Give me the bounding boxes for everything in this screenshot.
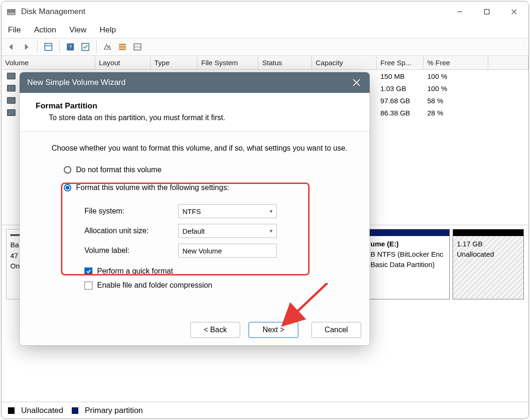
dialog-footer: < Back Next > Cancel <box>20 314 370 345</box>
chevron-down-icon: ▾ <box>270 208 273 214</box>
minimize-button[interactable] <box>446 1 473 22</box>
th-free[interactable]: Free Sp... <box>377 56 424 70</box>
svg-rect-13 <box>119 48 126 50</box>
label-filesystem: File system: <box>84 207 178 215</box>
cancel-button[interactable]: Cancel <box>311 322 361 338</box>
svg-rect-14 <box>134 44 141 50</box>
checkbox-icon <box>84 282 92 290</box>
next-button-label: Next > <box>263 326 285 334</box>
radio-format-label: Format this volume with the following se… <box>76 183 229 192</box>
svg-rect-11 <box>119 44 126 45</box>
volume-icon <box>7 73 15 79</box>
table-header: Volume Layout Type File System Status Ca… <box>1 56 529 70</box>
legend-swatch-unallocated <box>8 407 15 414</box>
forward-icon[interactable] <box>19 40 33 54</box>
th-fs[interactable]: File System <box>197 56 258 70</box>
disk-list-icon[interactable] <box>130 40 144 54</box>
refresh-icon[interactable] <box>78 40 92 54</box>
toolbar: ? <box>1 38 529 56</box>
th-status[interactable]: Status <box>258 56 312 70</box>
label-volume-label: Volume label: <box>84 246 178 255</box>
select-allocation-value: Default <box>182 227 205 235</box>
menubar: File Action View Help <box>1 22 529 38</box>
select-filesystem-value: NTFS <box>182 207 201 215</box>
input-volume-label[interactable]: New Volume <box>178 244 277 258</box>
th-type[interactable]: Type <box>151 56 197 70</box>
checkbox-icon <box>84 267 92 275</box>
cell-free: 1.03 GB <box>377 84 424 93</box>
back-button[interactable]: < Back <box>190 322 240 338</box>
dialog-header: Format Partition To store data on this p… <box>20 93 370 132</box>
dialog-title: New Simple Volume Wizard <box>27 78 126 87</box>
th-layout[interactable]: Layout <box>95 56 151 70</box>
format-settings: File system: NTFS ▾ Allocation unit size… <box>84 201 356 260</box>
input-volume-label-value: New Volume <box>182 247 222 255</box>
back-icon[interactable] <box>4 40 18 54</box>
help-icon[interactable]: ? <box>63 40 77 54</box>
partition-line: Basic Data Partition) <box>371 260 446 270</box>
dialog-description: Choose whether you want to format this v… <box>52 144 356 153</box>
dialog-titlebar: New Simple Volume Wizard <box>20 72 370 93</box>
properties-icon[interactable] <box>41 40 55 54</box>
svg-rect-6 <box>45 44 52 51</box>
legend-swatch-primary <box>72 407 78 414</box>
legend-primary: Primary partition <box>85 406 143 415</box>
label-allocation: Allocation unit size: <box>84 227 178 235</box>
checkbox-quick-format[interactable]: Perform a quick format <box>84 267 356 275</box>
volume-icon <box>7 97 15 104</box>
volume-icon <box>7 85 15 92</box>
partition-primary[interactable]: ume (E:) B NTFS (BitLocker Enc Basic Dat… <box>366 229 450 299</box>
dialog-body: Choose whether you want to format this v… <box>20 132 370 314</box>
menu-help[interactable]: Help <box>99 25 116 35</box>
partition-line: Unallocated <box>457 249 520 260</box>
settings-list-icon[interactable] <box>115 40 129 54</box>
next-button[interactable]: Next > <box>249 322 298 338</box>
close-button[interactable] <box>500 1 528 22</box>
partition-line: B NTFS (BitLocker Enc <box>371 249 446 260</box>
th-rest <box>488 56 529 70</box>
radio-format[interactable]: Format this volume with the following se… <box>64 183 356 192</box>
volume-icon <box>7 109 15 116</box>
back-button-label: < Back <box>204 326 227 334</box>
menu-action[interactable]: Action <box>34 25 56 35</box>
radio-icon <box>64 166 71 174</box>
svg-rect-1 <box>8 13 15 15</box>
app-title: Disk Management <box>21 7 85 16</box>
menu-file[interactable]: File <box>8 25 21 35</box>
select-allocation[interactable]: Default ▾ <box>178 224 277 238</box>
cell-pct: 28 % <box>424 108 488 118</box>
wizard-dialog: New Simple Volume Wizard Format Partitio… <box>20 72 370 345</box>
chevron-down-icon: ▾ <box>270 228 273 234</box>
dialog-close-button[interactable] <box>346 72 367 93</box>
cell-pct: 58 % <box>424 96 488 106</box>
svg-rect-0 <box>8 9 15 12</box>
radio-noformat-label: Do not format this volume <box>76 166 161 174</box>
maximize-button[interactable] <box>473 1 500 22</box>
checkbox-quick-format-label: Perform a quick format <box>97 267 173 275</box>
radio-noformat[interactable]: Do not format this volume <box>64 166 356 174</box>
th-pct[interactable]: % Free <box>424 56 488 70</box>
legend-bar: Unallocated Primary partition <box>1 402 529 419</box>
cell-pct: 100 % <box>424 84 488 93</box>
cell-free: 86.38 GB <box>377 108 424 118</box>
th-volume[interactable]: Volume <box>1 56 95 70</box>
cell-free: 97.68 GB <box>377 96 424 106</box>
app-icon <box>6 7 16 17</box>
cell-free: 150 MB <box>377 71 424 81</box>
dialog-heading: Format Partition <box>36 101 360 111</box>
checkbox-compression-label: Enable file and folder compression <box>97 281 212 290</box>
svg-rect-3 <box>485 9 489 14</box>
select-filesystem[interactable]: NTFS ▾ <box>178 204 277 218</box>
partition-line: 1.17 GB <box>457 239 520 249</box>
partition-unallocated[interactable]: 1.17 GB Unallocated <box>453 229 524 299</box>
titlebar: Disk Management <box>1 1 529 22</box>
cancel-button-label: Cancel <box>325 326 348 334</box>
th-capacity[interactable]: Capacity <box>312 56 377 70</box>
menu-view[interactable]: View <box>69 25 87 35</box>
cell-pct: 100 % <box>424 71 488 81</box>
legend-unallocated: Unallocated <box>21 406 63 415</box>
svg-rect-12 <box>119 46 126 47</box>
checkbox-compression[interactable]: Enable file and folder compression <box>84 281 356 290</box>
list-icon[interactable] <box>100 40 114 54</box>
svg-text:?: ? <box>69 44 72 50</box>
